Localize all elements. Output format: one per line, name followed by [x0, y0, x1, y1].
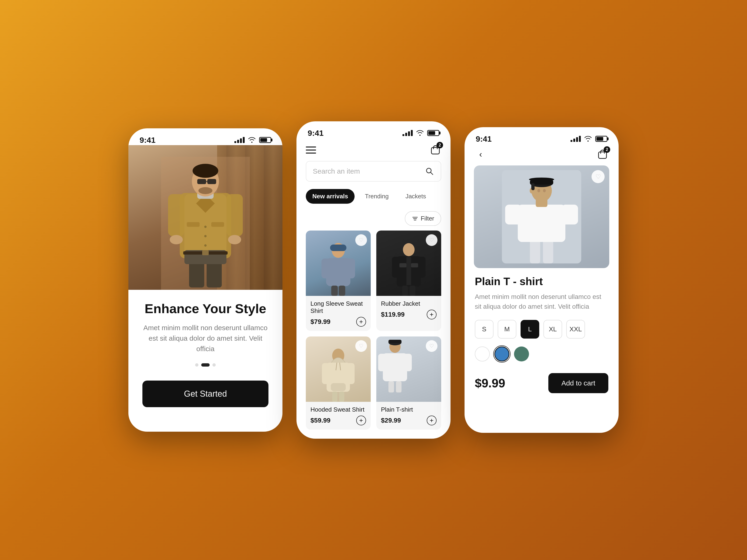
svg-point-7	[192, 164, 218, 178]
signal-bar-4	[243, 137, 244, 143]
color-swatch-white[interactable]	[475, 347, 490, 362]
wishlist-btn-4[interactable]: ♡	[426, 340, 437, 352]
size-btn-xl[interactable]: XL	[543, 320, 562, 339]
product-price-1: $79.99	[310, 318, 331, 325]
phone-listing: 9:41	[297, 121, 450, 439]
color-swatch-teal[interactable]	[514, 347, 529, 362]
svg-rect-50	[322, 363, 330, 384]
svg-rect-56	[339, 392, 344, 402]
svg-point-21	[204, 225, 207, 228]
cart-icon-button[interactable]: 2	[430, 144, 441, 156]
get-started-button[interactable]: Get Started	[143, 380, 268, 407]
product-card-3[interactable]: ♡	[306, 337, 371, 430]
dot-1[interactable]	[195, 363, 199, 367]
listing-body: Search an item New arrivals Trending Jac…	[297, 161, 450, 430]
tab-trending[interactable]: Trending	[358, 189, 395, 204]
add-to-cart-button[interactable]: Add to cart	[548, 373, 608, 393]
product-card-1[interactable]: ♡ Long Sleeve Sweat	[306, 231, 371, 331]
add-product-1-button[interactable]: +	[356, 317, 366, 327]
onboarding-title: Enhance Your Style	[143, 301, 268, 316]
hamburger-line-1	[306, 146, 316, 148]
svg-rect-43	[406, 257, 411, 285]
add-product-3-button[interactable]: +	[356, 416, 366, 425]
svg-rect-63	[388, 381, 394, 393]
battery-icon-2	[427, 130, 439, 136]
add-product-4-button[interactable]: +	[427, 416, 437, 425]
color-selector	[475, 347, 608, 362]
filter-button[interactable]: Filter	[405, 211, 441, 226]
hero-image-1	[128, 145, 282, 290]
status-icons-3	[570, 136, 608, 142]
battery-icon-1	[259, 137, 271, 143]
svg-rect-13	[227, 194, 243, 236]
svg-rect-25	[211, 222, 224, 227]
svg-point-77	[537, 189, 540, 192]
svg-rect-61	[378, 354, 387, 371]
listing-topbar: 2	[297, 138, 450, 161]
sb-4	[579, 136, 581, 142]
sb-2	[573, 139, 575, 142]
filter-icon	[412, 215, 418, 222]
svg-rect-24	[187, 222, 200, 227]
svg-rect-65	[598, 152, 607, 158]
onboarding-subtitle: Amet minim mollit non deserunt ullamco e…	[143, 322, 268, 354]
hamburger-menu-button[interactable]	[306, 146, 316, 154]
detail-topbar: ‹ 2	[465, 144, 619, 165]
add-product-2-button[interactable]: +	[427, 310, 437, 319]
phones-container: 9:41	[128, 121, 619, 439]
wishlist-btn-3[interactable]: ♡	[355, 340, 367, 352]
svg-rect-41	[392, 257, 400, 278]
status-bar-2: 9:41	[297, 121, 450, 138]
product-price-row-1: $79.99 +	[310, 317, 366, 327]
svg-rect-64	[396, 381, 402, 393]
color-swatch-blue[interactable]	[494, 347, 509, 362]
product-card-2[interactable]: ♡	[376, 231, 441, 331]
status-time-1: 9:41	[139, 136, 155, 145]
cart-badge-2: 2	[437, 142, 443, 149]
detail-wishlist-button[interactable]: ♡	[592, 170, 604, 183]
size-btn-s[interactable]: S	[475, 320, 493, 339]
hamburger-line-2	[306, 150, 316, 151]
rubber-jacket-figure	[390, 240, 428, 296]
svg-point-78	[543, 189, 546, 192]
svg-point-11	[199, 187, 212, 194]
wifi-icon-2	[416, 130, 424, 136]
product-name-4: Plain T-shirt	[381, 406, 437, 413]
phone-onboarding: 9:41	[128, 128, 282, 432]
size-btn-xxl[interactable]: XXL	[566, 320, 585, 339]
dot-3[interactable]	[212, 363, 216, 367]
tab-tshirts[interactable]: T - Shirts	[436, 189, 441, 204]
svg-rect-51	[346, 363, 355, 384]
product-info-3: Hooded Sweat Shirt $59.99 +	[306, 402, 371, 430]
battery-fill-3	[596, 137, 603, 141]
wishlist-btn-2[interactable]: ♡	[426, 234, 437, 246]
svg-line-28	[431, 172, 433, 175]
search-bar[interactable]: Search an item	[306, 161, 441, 182]
tab-new-arrivals[interactable]: New arrivals	[306, 189, 355, 204]
cart-icon-button-3[interactable]: 2	[597, 148, 608, 161]
svg-rect-35	[321, 259, 330, 278]
size-btn-m[interactable]: M	[498, 320, 516, 339]
size-btn-l[interactable]: L	[520, 320, 539, 339]
product-card-4[interactable]: ♡	[376, 337, 441, 430]
wifi-icon-3	[584, 136, 592, 142]
tab-jackets[interactable]: Jackets	[399, 189, 433, 204]
wishlist-btn-1[interactable]: ♡	[355, 234, 367, 246]
svg-rect-62	[403, 354, 412, 371]
back-button[interactable]: ‹	[475, 149, 487, 160]
search-input[interactable]: Search an item	[313, 167, 420, 175]
search-icon[interactable]	[425, 167, 434, 176]
svg-rect-47	[410, 286, 415, 296]
s-bar-2	[405, 133, 407, 136]
cart-badge-3: 2	[604, 146, 610, 153]
product-image-2: ♡	[376, 231, 441, 296]
product-name-3: Hooded Sweat Shirt	[310, 406, 366, 413]
battery-fill-1	[260, 138, 267, 142]
detail-footer: $9.99 Add to cart	[475, 371, 608, 393]
signal-bars-2	[403, 130, 413, 136]
product-image-1: ♡	[306, 231, 371, 296]
svg-rect-69	[518, 205, 565, 242]
product-price-4: $29.99	[381, 417, 401, 424]
status-icons-2	[403, 130, 439, 136]
dot-2-active[interactable]	[201, 363, 210, 367]
